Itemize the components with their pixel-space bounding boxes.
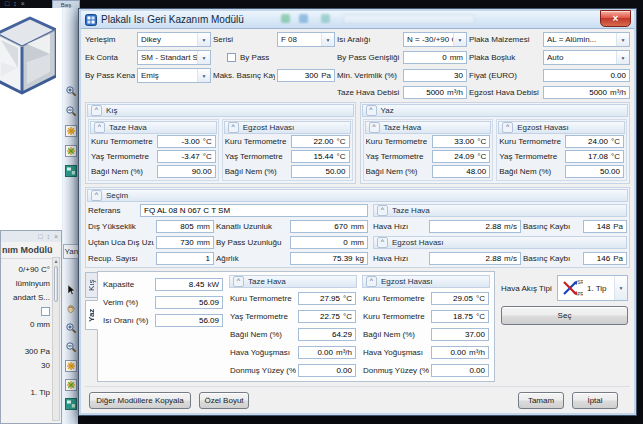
dis-yukseklik-input[interactable]: 805mm [156,220,214,233]
zoom-out-icon[interactable] [64,340,77,353]
referans-input[interactable]: FQ AL 08 N 067 C T SM [140,204,368,217]
zoom-in-icon[interactable] [64,84,77,97]
fiyat-input[interactable]: 0.00 [543,69,630,82]
chevron-down-icon[interactable]: ▼ [197,51,210,64]
taze-debisi-input[interactable]: 5000m³/h [403,86,467,99]
select-cursor-icon[interactable] [64,283,77,296]
restore-icon[interactable]: □ [38,233,42,241]
kanatli-uzunluk-input[interactable]: 670mm [290,220,368,233]
donmus-yuzey-output[interactable]: 0.00 [298,364,356,377]
custom-size-button[interactable]: Özel Boyut [199,392,249,409]
dialog-titlebar[interactable]: Plakalı Isı Geri Kazanım Modülü × [81,11,634,28]
grid-yellow-icon[interactable] [64,124,77,137]
grid-green-icon[interactable] [64,144,77,157]
collapse-icon[interactable]: ^ [502,122,513,133]
chevron-down-icon[interactable]: ▼ [616,51,629,64]
hava-yogusmasi-output[interactable]: 0.00m³/h [298,346,356,359]
kapasite-input[interactable]: 8.45kW [155,278,223,291]
chevron-down-icon[interactable]: ▼ [197,69,210,82]
restore-icon[interactable]: □ [5,0,9,8]
tab-yaz[interactable]: Yaz [85,300,98,330]
grid-yellow-icon[interactable] [64,359,77,372]
kuru-termometre-input[interactable]: -3.00°C [157,135,216,148]
close-icon[interactable]: × [21,0,25,8]
float-icon[interactable]: ↕ [46,233,50,241]
yas-termometre-input[interactable]: -3.47°C [157,150,216,163]
dock-scrollbar[interactable]: ▲ [52,257,60,421]
cancel-button[interactable]: İptal [572,392,618,409]
yan-panel-tab[interactable]: Yan [63,244,79,259]
collapse-icon[interactable]: ^ [377,237,388,248]
agirlik-input[interactable]: 75.39kg [290,252,368,265]
collapse-icon[interactable]: ^ [366,105,377,116]
copy-to-other-modules-button[interactable]: Diğer Modüllere Kopyala [89,392,191,409]
bypass-uzunlugu-input[interactable]: 0mm [290,236,368,249]
zoom-out-icon[interactable] [64,104,77,117]
kuru-termometre-input[interactable]: 22.00°C [291,135,350,148]
recup-sayisi-input[interactable]: 1 [156,252,214,265]
yas-termometre-input[interactable]: 15.44°C [291,150,350,163]
grid-green-icon[interactable] [64,378,77,391]
collapse-icon[interactable]: ^ [94,122,105,133]
ek-conta-select[interactable]: SM - Standart S...▼ [137,50,211,65]
close-icon[interactable]: × [54,233,58,241]
serisi-select[interactable]: F 08▼ [277,32,335,47]
hava-hizi-input[interactable]: 2.88m/s [429,252,521,265]
chevron-down-icon[interactable]: ▼ [197,33,210,46]
chevron-down-icon[interactable]: ▼ [321,33,334,46]
bagil-nem-input[interactable]: 48.00 [432,165,491,178]
hava-akis-tipi-select[interactable]: SR PR 1. Tip ▼ [557,275,628,301]
collapse-icon[interactable]: ^ [91,105,102,116]
hava-hizi-input[interactable]: 2.88m/s [429,220,521,233]
close-button[interactable]: × [600,10,631,27]
kuru-termometre-output[interactable]: 18.75°C [431,310,489,323]
bypass-checkbox[interactable] [41,307,50,316]
tab-kis[interactable]: Kış [85,272,98,298]
collapse-icon[interactable]: ^ [91,190,102,201]
bagil-nem-input[interactable]: 50.00 [565,165,624,178]
scroll-up-icon[interactable]: ▲ [53,258,59,265]
layers-teal-icon[interactable] [64,164,77,177]
bagil-nem-output[interactable]: 64.29 [298,328,356,341]
layers-teal-icon[interactable] [64,397,77,410]
collapse-icon[interactable]: ^ [366,276,377,287]
bypass-genisligi-input[interactable]: 0mm [403,51,467,64]
hava-yogusmasi-output[interactable]: 0.00m³/h [431,346,489,359]
min-verimlik-input[interactable]: 30 [403,69,467,82]
basinc-kaybi-input[interactable]: 148Pa [583,220,627,233]
zoom-in-icon[interactable] [64,321,77,334]
isi-araligi-select[interactable]: N = -30/+90 C°▼ [403,32,467,47]
donmus-yuzey-output[interactable]: 0.00 [431,364,489,377]
bypass-checkbox[interactable] [227,53,236,62]
3d-viewport[interactable] [0,8,63,230]
kuru-termometre-input[interactable]: 33.00°C [432,135,491,148]
sec-button[interactable]: Seç [501,306,628,325]
chevron-down-icon[interactable]: ▼ [453,33,466,46]
bagil-nem-output[interactable]: 37.00 [431,328,489,341]
yerlesim-select[interactable]: Dikey▼ [137,32,211,47]
kuru-termometre-output[interactable]: 27.95°C [298,292,356,305]
chevron-down-icon[interactable]: ▼ [614,276,627,300]
isi-orani-input[interactable]: 56.09 [155,314,223,327]
kuru-termometre-input[interactable]: 24.00°C [565,135,624,148]
uctan-uca-input[interactable]: 730mm [156,236,214,249]
collapse-icon[interactable]: ^ [233,276,244,287]
collapse-icon[interactable]: ^ [377,205,388,216]
bagil-nem-input[interactable]: 90.00 [157,165,216,178]
float-icon[interactable]: ↕ [13,0,17,8]
yas-termometre-input[interactable]: 24.09°C [432,150,491,163]
basinc-kaybi-input[interactable]: 146Pa [583,252,627,265]
yas-termometre-input[interactable]: 17.08°C [565,150,624,163]
kuru-termometre-output[interactable]: 29.05°C [431,292,489,305]
ok-button[interactable]: Tamam [518,392,564,409]
maks-basinc-input[interactable]: 300Pa [277,69,335,82]
plaka-malzemesi-select[interactable]: AL = Alümin...▼ [543,32,630,47]
collapse-icon[interactable]: ^ [228,122,239,133]
bagil-nem-input[interactable]: 50.00 [291,165,350,178]
chevron-down-icon[interactable]: ▼ [616,33,629,46]
plaka-bosluk-select[interactable]: Auto▼ [543,50,630,65]
scrollbar-thumb[interactable] [54,266,58,302]
egzost-debisi-input[interactable]: 5000m³/h [543,86,630,99]
pan-hand-icon[interactable] [64,302,77,315]
collapse-icon[interactable]: ^ [369,122,380,133]
